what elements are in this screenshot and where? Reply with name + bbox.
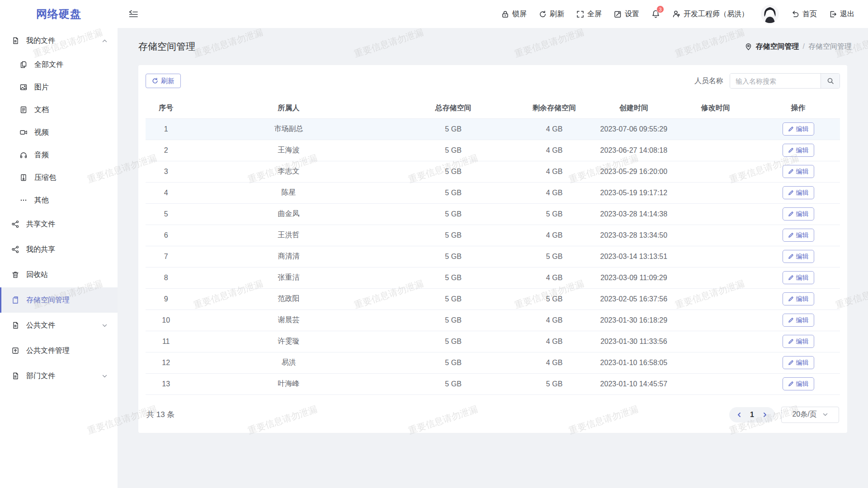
topbar: 锁屏 刷新 全屏 设置 3 [118, 0, 868, 28]
edit-button[interactable]: 编辑 [783, 314, 814, 327]
edit-button[interactable]: 编辑 [783, 229, 814, 242]
sidebar-item-label: 公共文件 [26, 321, 55, 330]
refresh-page-button[interactable]: 刷新 [539, 9, 564, 19]
sidebar-item[interactable]: 视频 [0, 121, 118, 144]
edit-button[interactable]: 编辑 [783, 122, 814, 136]
pencil-icon [788, 147, 794, 153]
sidebar-item[interactable]: 全部文件 [0, 53, 118, 76]
fullscreen-button[interactable]: 全屏 [576, 9, 602, 19]
table-cell: 13 [146, 373, 186, 394]
refresh-icon [152, 78, 158, 84]
sidebar-item[interactable]: 我的共享 [0, 237, 118, 262]
table-cell: 曲金凤 [186, 203, 391, 225]
sidebar-item[interactable]: 压缩包 [0, 166, 118, 189]
sidebar-item[interactable]: 回收站 [0, 262, 118, 287]
search-button[interactable] [821, 74, 840, 88]
breadcrumb-section[interactable]: 存储空间管理 [756, 42, 799, 52]
user-role[interactable]: 开发工程师（易洪） [672, 9, 749, 19]
sidebar-item-label: 全部文件 [34, 60, 63, 70]
sidebar-item-label: 共享文件 [26, 220, 55, 229]
search-area: 人员名称 [694, 73, 840, 89]
edit-button[interactable]: 编辑 [783, 356, 814, 369]
table-cell: 5 GB [516, 246, 593, 267]
pencil-icon [788, 296, 794, 302]
table-cell: 叶海峰 [186, 373, 391, 394]
pencil-icon [788, 381, 794, 387]
chevron-right-icon [762, 412, 768, 418]
next-page-button[interactable] [761, 411, 769, 418]
column-header: 操作 [756, 99, 840, 118]
refresh-table-button[interactable]: 刷新 [146, 74, 181, 88]
pencil-icon [788, 338, 794, 344]
chevron-down-icon [102, 373, 108, 379]
search-input[interactable] [730, 74, 821, 88]
edit-button[interactable]: 编辑 [783, 335, 814, 348]
settings-button[interactable]: 设置 [614, 9, 639, 19]
breadcrumb-current: 存储空间管理 [808, 42, 852, 52]
fullscreen-icon [576, 10, 584, 18]
table-cell [675, 203, 756, 225]
edit-button[interactable]: 编辑 [783, 271, 814, 284]
table-cell: 4 GB [516, 225, 593, 246]
sidebar-item[interactable]: 其他 [0, 189, 118, 211]
logout-button[interactable]: 退出 [829, 9, 854, 19]
collapse-sidebar-icon[interactable] [128, 10, 138, 18]
sidebar-item[interactable]: 公共文件 [0, 313, 118, 338]
user-icon [672, 10, 680, 18]
edit-button[interactable]: 编辑 [783, 207, 814, 221]
sidebar-item[interactable]: 文档 [0, 99, 118, 121]
table-cell [675, 352, 756, 373]
total-count: 共 13 条 [146, 409, 729, 420]
edit-button[interactable]: 编辑 [783, 186, 814, 199]
edit-button[interactable]: 编辑 [783, 250, 814, 263]
file-manage-icon [11, 346, 20, 355]
pencil-icon [788, 275, 794, 281]
sidebar-item-label: 存储空间管理 [26, 296, 70, 305]
sidebar-item[interactable]: 图片 [0, 76, 118, 99]
sidebar-item[interactable]: 存储空间管理 [0, 287, 118, 313]
table-cell: 3 [146, 161, 186, 182]
storage-icon [11, 296, 20, 305]
search-icon [827, 77, 834, 84]
sidebar-item[interactable]: 我的文件 [0, 28, 118, 53]
edit-button[interactable]: 编辑 [783, 377, 814, 390]
column-header: 所属人 [186, 99, 391, 118]
sidebar-item[interactable]: 共享文件 [0, 211, 118, 237]
table-cell: 市场副总 [186, 118, 391, 140]
notifications-button[interactable]: 3 [651, 9, 660, 19]
sidebar-item-label: 音频 [34, 150, 49, 160]
operation-cell: 编辑 [756, 373, 840, 394]
sidebar-item[interactable]: 公共文件管理 [0, 338, 118, 363]
table-cell: 5 GB [516, 288, 593, 310]
current-page[interactable]: 1 [750, 411, 754, 419]
page-size-select[interactable]: 20条/页 [781, 407, 839, 423]
table-cell [675, 225, 756, 246]
sidebar-item[interactable]: 部门文件 [0, 363, 118, 389]
logout-icon [829, 10, 837, 18]
share-icon [11, 220, 20, 229]
edit-button[interactable]: 编辑 [783, 144, 814, 157]
operation-cell: 编辑 [756, 203, 840, 225]
avatar[interactable] [761, 5, 779, 23]
edit-button[interactable]: 编辑 [783, 165, 814, 178]
pencil-icon [788, 126, 794, 132]
table-cell: 张重洁 [186, 267, 391, 288]
prev-page-button[interactable] [736, 411, 743, 418]
edit-button[interactable]: 编辑 [783, 292, 814, 305]
table-cell: 2023-05-29 16:20:00 [593, 161, 675, 182]
lock-icon [501, 10, 509, 18]
home-button[interactable]: 首页 [791, 9, 817, 19]
search-box [730, 73, 840, 89]
sidebar-item-label: 图片 [34, 83, 49, 92]
operation-cell: 编辑 [756, 225, 840, 246]
table-cell: 2023-03-28 14:14:38 [593, 203, 675, 225]
lock-screen-button[interactable]: 锁屏 [501, 9, 527, 19]
table-cell: 2023-07-06 09:55:29 [593, 118, 675, 140]
table-cell: 5 GB [391, 267, 515, 288]
sidebar-item[interactable]: 音频 [0, 144, 118, 166]
main-area: 锁屏 刷新 全屏 设置 3 [118, 0, 868, 488]
table-cell [675, 118, 756, 140]
column-header: 修改时间 [675, 99, 756, 118]
table-cell: 王洪哲 [186, 225, 391, 246]
table-cell [675, 161, 756, 182]
